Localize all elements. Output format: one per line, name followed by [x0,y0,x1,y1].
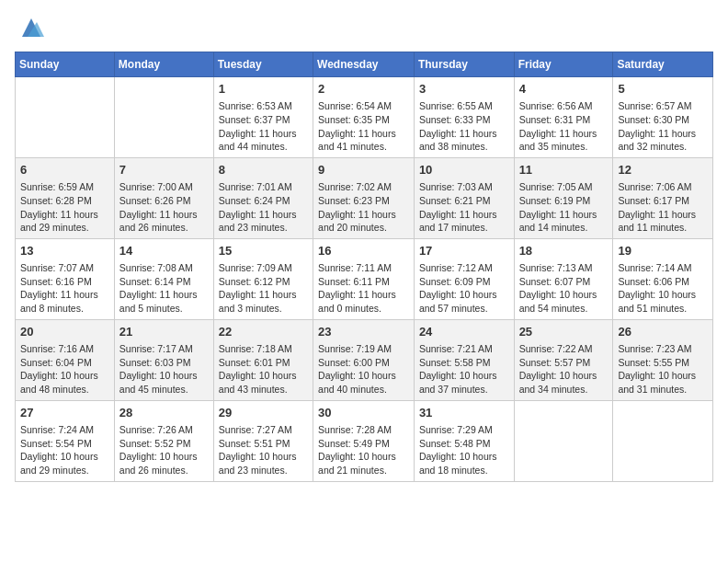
calendar-header-wednesday: Wednesday [313,52,415,77]
day-info: Sunrise: 7:14 AM Sunset: 6:06 PM Dayligh… [618,261,708,316]
day-number: 24 [419,324,509,340]
day-number: 11 [519,162,609,178]
calendar-cell [114,77,213,158]
logo [15,15,44,40]
day-info: Sunrise: 7:05 AM Sunset: 6:19 PM Dayligh… [519,180,609,235]
day-info: Sunrise: 7:12 AM Sunset: 6:09 PM Dayligh… [419,261,509,316]
day-number: 5 [618,81,708,98]
calendar-cell: 22Sunrise: 7:18 AM Sunset: 6:01 PM Dayli… [213,319,313,400]
calendar-cell: 29Sunrise: 7:27 AM Sunset: 5:51 PM Dayli… [213,400,313,481]
day-number: 18 [519,243,609,259]
calendar-cell: 10Sunrise: 7:03 AM Sunset: 6:21 PM Dayli… [414,157,514,238]
day-info: Sunrise: 6:59 AM Sunset: 6:28 PM Dayligh… [20,180,109,235]
calendar-cell: 21Sunrise: 7:17 AM Sunset: 6:03 PM Dayli… [114,319,213,400]
day-info: Sunrise: 7:22 AM Sunset: 5:57 PM Dayligh… [519,342,609,396]
day-number: 3 [419,81,509,98]
day-number: 15 [219,243,308,259]
day-number: 13 [20,243,109,259]
calendar-cell: 11Sunrise: 7:05 AM Sunset: 6:19 PM Dayli… [514,157,613,238]
calendar-cell: 18Sunrise: 7:13 AM Sunset: 6:07 PM Dayli… [514,238,613,319]
day-info: Sunrise: 7:09 AM Sunset: 6:12 PM Dayligh… [219,261,308,316]
day-info: Sunrise: 7:27 AM Sunset: 5:51 PM Dayligh… [219,423,308,477]
calendar-cell: 6Sunrise: 6:59 AM Sunset: 6:28 PM Daylig… [16,157,115,238]
calendar-cell: 5Sunrise: 6:57 AM Sunset: 6:30 PM Daylig… [613,77,713,158]
page-header [15,15,713,40]
calendar-cell: 15Sunrise: 7:09 AM Sunset: 6:12 PM Dayli… [213,238,313,319]
day-number: 21 [119,324,209,340]
calendar-cell: 17Sunrise: 7:12 AM Sunset: 6:09 PM Dayli… [414,238,514,319]
day-number: 8 [219,162,308,178]
day-info: Sunrise: 7:19 AM Sunset: 6:00 PM Dayligh… [318,342,409,396]
day-info: Sunrise: 7:08 AM Sunset: 6:14 PM Dayligh… [119,261,209,316]
calendar-header-thursday: Thursday [414,52,514,77]
calendar-cell: 2Sunrise: 6:54 AM Sunset: 6:35 PM Daylig… [313,77,415,158]
calendar-cell: 19Sunrise: 7:14 AM Sunset: 6:06 PM Dayli… [613,238,713,319]
day-info: Sunrise: 6:53 AM Sunset: 6:37 PM Dayligh… [219,99,308,154]
day-info: Sunrise: 7:02 AM Sunset: 6:23 PM Dayligh… [318,180,409,235]
day-number: 27 [20,405,109,421]
calendar-cell: 30Sunrise: 7:28 AM Sunset: 5:49 PM Dayli… [313,400,415,481]
calendar-table: SundayMondayTuesdayWednesdayThursdayFrid… [15,52,713,482]
day-info: Sunrise: 7:01 AM Sunset: 6:24 PM Dayligh… [219,180,308,235]
day-number: 28 [119,405,209,421]
day-info: Sunrise: 7:16 AM Sunset: 6:04 PM Dayligh… [20,342,109,396]
day-number: 29 [219,405,308,421]
calendar-cell: 13Sunrise: 7:07 AM Sunset: 6:16 PM Dayli… [16,238,115,319]
day-number: 2 [318,81,409,98]
calendar-header-friday: Friday [514,52,613,77]
calendar-week-row: 1Sunrise: 6:53 AM Sunset: 6:37 PM Daylig… [16,77,713,158]
calendar-cell [613,400,713,481]
calendar-cell [16,77,115,158]
logo-icon [18,15,44,40]
calendar-cell: 14Sunrise: 7:08 AM Sunset: 6:14 PM Dayli… [114,238,213,319]
calendar-cell: 28Sunrise: 7:26 AM Sunset: 5:52 PM Dayli… [114,400,213,481]
day-info: Sunrise: 6:55 AM Sunset: 6:33 PM Dayligh… [419,99,509,154]
day-number: 30 [318,405,409,421]
calendar-header-monday: Monday [114,52,213,77]
day-number: 17 [419,243,509,259]
calendar-cell: 31Sunrise: 7:29 AM Sunset: 5:48 PM Dayli… [414,400,514,481]
day-number: 4 [519,81,609,98]
day-number: 12 [618,162,708,178]
day-number: 9 [318,162,409,178]
day-number: 22 [219,324,308,340]
calendar-cell [514,400,613,481]
day-info: Sunrise: 7:11 AM Sunset: 6:11 PM Dayligh… [318,261,409,316]
day-number: 20 [20,324,109,340]
day-number: 10 [419,162,509,178]
day-number: 26 [618,324,708,340]
day-number: 16 [318,243,409,259]
calendar-week-row: 27Sunrise: 7:24 AM Sunset: 5:54 PM Dayli… [16,400,713,481]
day-info: Sunrise: 7:17 AM Sunset: 6:03 PM Dayligh… [119,342,209,396]
calendar-header-row: SundayMondayTuesdayWednesdayThursdayFrid… [16,52,713,77]
calendar-cell: 8Sunrise: 7:01 AM Sunset: 6:24 PM Daylig… [213,157,313,238]
calendar-cell: 4Sunrise: 6:56 AM Sunset: 6:31 PM Daylig… [514,77,613,158]
calendar-cell: 7Sunrise: 7:00 AM Sunset: 6:26 PM Daylig… [114,157,213,238]
day-info: Sunrise: 6:54 AM Sunset: 6:35 PM Dayligh… [318,99,409,154]
day-info: Sunrise: 7:28 AM Sunset: 5:49 PM Dayligh… [318,423,409,477]
day-info: Sunrise: 6:57 AM Sunset: 6:30 PM Dayligh… [618,99,708,154]
calendar-cell: 24Sunrise: 7:21 AM Sunset: 5:58 PM Dayli… [414,319,514,400]
day-number: 31 [419,405,509,421]
day-info: Sunrise: 7:21 AM Sunset: 5:58 PM Dayligh… [419,342,509,396]
day-info: Sunrise: 7:06 AM Sunset: 6:17 PM Dayligh… [618,180,708,235]
day-info: Sunrise: 7:23 AM Sunset: 5:55 PM Dayligh… [618,342,708,396]
day-number: 6 [20,162,109,178]
calendar-week-row: 13Sunrise: 7:07 AM Sunset: 6:16 PM Dayli… [16,238,713,319]
calendar-header-tuesday: Tuesday [213,52,313,77]
day-info: Sunrise: 7:13 AM Sunset: 6:07 PM Dayligh… [519,261,609,316]
calendar-cell: 25Sunrise: 7:22 AM Sunset: 5:57 PM Dayli… [514,319,613,400]
calendar-cell: 27Sunrise: 7:24 AM Sunset: 5:54 PM Dayli… [16,400,115,481]
day-info: Sunrise: 7:29 AM Sunset: 5:48 PM Dayligh… [419,423,509,477]
calendar-header-saturday: Saturday [613,52,713,77]
calendar-header-sunday: Sunday [16,52,115,77]
day-info: Sunrise: 6:56 AM Sunset: 6:31 PM Dayligh… [519,99,609,154]
day-info: Sunrise: 7:03 AM Sunset: 6:21 PM Dayligh… [419,180,509,235]
calendar-cell: 20Sunrise: 7:16 AM Sunset: 6:04 PM Dayli… [16,319,115,400]
calendar-cell: 23Sunrise: 7:19 AM Sunset: 6:00 PM Dayli… [313,319,415,400]
day-info: Sunrise: 7:24 AM Sunset: 5:54 PM Dayligh… [20,423,109,477]
calendar-cell: 1Sunrise: 6:53 AM Sunset: 6:37 PM Daylig… [213,77,313,158]
day-number: 23 [318,324,409,340]
day-info: Sunrise: 7:07 AM Sunset: 6:16 PM Dayligh… [20,261,109,316]
day-info: Sunrise: 7:18 AM Sunset: 6:01 PM Dayligh… [219,342,308,396]
